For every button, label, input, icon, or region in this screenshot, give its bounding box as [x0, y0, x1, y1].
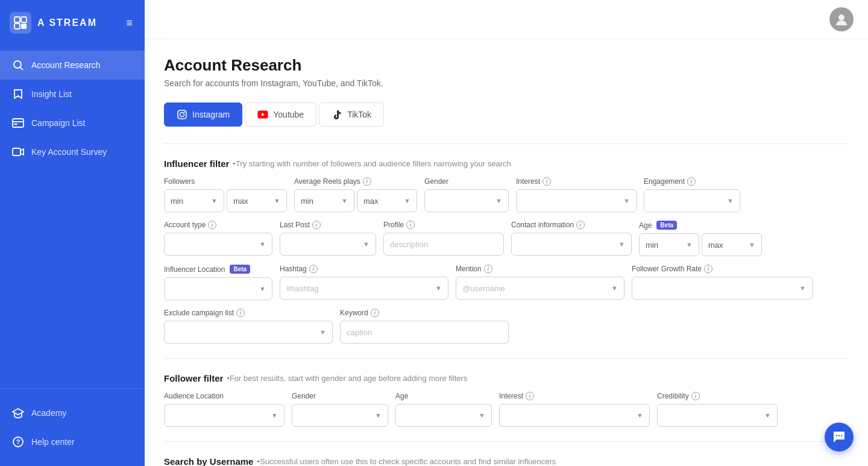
mention-group: Mention i @username ▼	[456, 265, 624, 300]
platform-tabs: Instagram Youtube TikTok	[164, 102, 849, 127]
last-post-info-icon[interactable]: i	[312, 221, 321, 229]
audience-location-label: Audience Location	[164, 392, 285, 400]
tab-tiktok[interactable]: TikTok	[319, 102, 384, 127]
chevron-down-icon: ▼	[341, 197, 348, 204]
follower-interest-info-icon[interactable]: i	[526, 392, 534, 400]
credibility-select[interactable]: ▼	[657, 404, 778, 427]
tab-tiktok-label: TikTok	[347, 110, 371, 119]
top-bar	[145, 0, 868, 39]
gender-select[interactable]: ▼	[424, 189, 509, 212]
followers-max-select[interactable]: max ▼	[227, 189, 287, 212]
sidebar-item-account-research[interactable]: Account Research	[0, 51, 145, 80]
follower-growth-select[interactable]: ▼	[632, 277, 813, 300]
svg-rect-13	[178, 110, 186, 119]
follower-filter-tip: •For best results, start with gender and…	[227, 374, 467, 383]
instagram-icon	[177, 109, 187, 120]
profile-info-icon[interactable]: i	[406, 221, 415, 229]
follower-growth-info-icon[interactable]: i	[704, 265, 712, 273]
engagement-info-icon[interactable]: i	[687, 177, 696, 186]
page-title: Account Research	[164, 56, 849, 75]
chat-button[interactable]	[825, 423, 854, 452]
search-icon	[12, 59, 24, 71]
tab-instagram-label: Instagram	[192, 110, 230, 119]
influencer-filter-row-3: Influencer Location Beta ▼ Hashtag i #ha…	[164, 265, 849, 300]
sidebar-item-campaign-list[interactable]: Campaign List	[0, 109, 145, 137]
last-post-label: Last Post i	[280, 221, 376, 229]
age-max-select[interactable]: max ▼	[702, 233, 762, 256]
follower-age-label: Age	[395, 392, 492, 400]
mention-info-icon[interactable]: i	[484, 265, 492, 273]
contact-info-select[interactable]: ▼	[511, 233, 632, 256]
video-icon	[12, 146, 24, 158]
svg-point-17	[836, 435, 837, 436]
followers-max-value: max	[233, 197, 248, 206]
hamburger-button[interactable]: ≡	[124, 14, 135, 32]
chevron-down-icon: ▼	[259, 241, 266, 248]
credibility-info-icon[interactable]: i	[691, 392, 700, 400]
follower-age-select[interactable]: ▼	[395, 404, 492, 427]
last-post-select[interactable]: ▼	[280, 233, 376, 256]
avatar[interactable]	[829, 7, 854, 31]
location-beta-badge: Beta	[230, 265, 250, 274]
chevron-down-icon: ▼	[749, 241, 755, 248]
audience-location-select[interactable]: ▼	[164, 404, 285, 427]
hashtag-info-icon[interactable]: i	[309, 265, 318, 273]
age-min-select[interactable]: min ▼	[639, 233, 699, 256]
follower-filter-section: Follower filter •For best results, start…	[164, 358, 849, 441]
sidebar-item-help-center-label: Help center	[31, 437, 75, 447]
tab-instagram[interactable]: Instagram	[164, 102, 242, 127]
account-type-select[interactable]: ▼	[164, 233, 272, 256]
keyword-input[interactable]: caption	[340, 321, 509, 344]
influencer-filter-row-4: Exclude campaign list i ▼ Keyword i capt…	[164, 309, 849, 344]
chevron-down-icon: ▼	[764, 412, 771, 419]
interest-select[interactable]: ▼	[516, 189, 637, 212]
chevron-down-icon: ▼	[637, 412, 643, 419]
sidebar-item-account-research-label: Account Research	[31, 60, 100, 70]
followers-label: Followers	[164, 177, 287, 186]
chevron-down-icon: ▼	[618, 241, 625, 248]
svg-point-15	[184, 112, 185, 113]
profile-input[interactable]: description	[383, 233, 504, 256]
contact-info-icon[interactable]: i	[576, 221, 585, 229]
sidebar-item-help-center[interactable]: ? Help center	[0, 427, 145, 456]
hashtag-input[interactable]: #hashtag ▼	[280, 277, 448, 300]
follower-gender-select[interactable]: ▼	[292, 404, 388, 427]
engagement-label: Engagement i	[644, 177, 740, 186]
svg-rect-3	[21, 24, 27, 29]
sidebar-item-key-account-survey[interactable]: Key Account Survey	[0, 137, 145, 166]
age-beta-badge: Beta	[656, 221, 677, 230]
credibility-group: Credibility i ▼	[657, 392, 778, 427]
chevron-down-icon: ▼	[274, 197, 280, 204]
tiktok-icon	[332, 109, 342, 120]
exclude-campaign-info-icon[interactable]: i	[236, 309, 245, 317]
tab-youtube[interactable]: Youtube	[245, 102, 316, 127]
svg-point-14	[180, 113, 184, 117]
account-type-info-icon[interactable]: i	[208, 221, 216, 229]
mention-input[interactable]: @username ▼	[456, 277, 624, 300]
follower-gender-label: Gender	[292, 392, 388, 400]
follower-interest-select[interactable]: ▼	[499, 404, 650, 427]
sidebar-nav: Account Research Insight List Campaign L…	[0, 46, 145, 388]
chevron-down-icon: ▼	[495, 197, 502, 204]
engagement-select[interactable]: ▼	[644, 189, 740, 212]
interest-info-icon[interactable]: i	[542, 177, 551, 186]
influencer-filter-header: Influencer filter •Try starting with num…	[164, 159, 849, 169]
search-by-username-section: Search by Username •Successful users oft…	[164, 441, 849, 466]
followers-min-select[interactable]: min ▼	[164, 189, 224, 212]
sidebar-item-academy[interactable]: Academy	[0, 398, 145, 427]
keyword-info-icon[interactable]: i	[371, 309, 379, 317]
chevron-down-icon: ▼	[611, 285, 618, 292]
avg-reels-info-icon[interactable]: i	[363, 177, 371, 186]
follower-gender-group: Gender ▼	[292, 392, 388, 427]
followers-group: Followers min ▼ max ▼	[164, 177, 287, 212]
profile-label: Profile i	[383, 221, 504, 229]
avg-reels-min-select[interactable]: min ▼	[294, 189, 354, 212]
influencer-location-select[interactable]: ▼	[164, 277, 272, 300]
youtube-icon	[257, 109, 268, 120]
exclude-campaign-select[interactable]: ▼	[164, 321, 333, 344]
avg-reels-max-select[interactable]: max ▼	[357, 189, 417, 212]
follower-filter-label: Follower filter	[164, 373, 223, 383]
chevron-down-icon: ▼	[363, 241, 370, 248]
sidebar-item-insight-list[interactable]: Insight List	[0, 80, 145, 109]
gender-label: Gender	[424, 177, 509, 186]
